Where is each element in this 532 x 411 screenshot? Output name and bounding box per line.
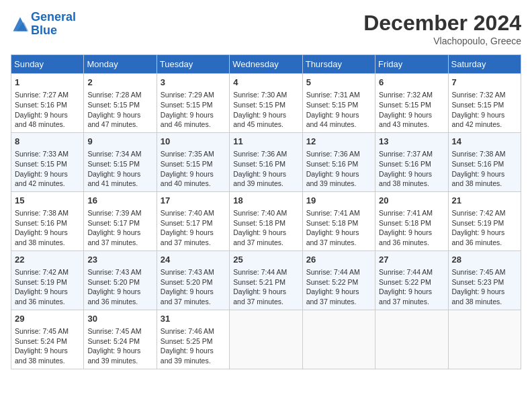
calendar-cell: 1Sunrise: 7:27 AMSunset: 5:16 PMDaylight… (11, 74, 84, 133)
calendar-cell: 8Sunrise: 7:33 AMSunset: 5:15 PMDaylight… (11, 132, 84, 191)
day-number: 16 (87, 195, 152, 207)
day-info-line: Sunrise: 7:28 AM (87, 90, 152, 100)
calendar-cell: 21Sunrise: 7:42 AMSunset: 5:19 PMDayligh… (448, 191, 521, 250)
day-info-line: Sunset: 5:20 PM (161, 277, 226, 287)
day-info-line: Sunrise: 7:40 AM (161, 208, 226, 218)
day-info-line: Sunrise: 7:27 AM (15, 90, 80, 100)
day-info-line: Sunset: 5:15 PM (233, 100, 298, 110)
weekday-header-tuesday: Tuesday (157, 55, 229, 74)
calendar-cell: 28Sunrise: 7:45 AMSunset: 5:23 PMDayligh… (448, 250, 521, 310)
day-info-line: Sunset: 5:15 PM (452, 100, 517, 110)
day-info-line: and 43 minutes. (379, 120, 444, 130)
day-info-line: Sunset: 5:19 PM (452, 218, 517, 228)
day-info-line: Sunrise: 7:42 AM (15, 267, 80, 277)
day-info-line: Sunset: 5:16 PM (452, 159, 517, 169)
day-number: 24 (161, 254, 226, 266)
day-info-line: Sunrise: 7:36 AM (306, 149, 371, 159)
day-info-line: Sunrise: 7:45 AM (87, 326, 152, 336)
day-info-line: Sunrise: 7:40 AM (233, 208, 298, 218)
day-number: 7 (452, 77, 517, 89)
day-info-line: Sunrise: 7:30 AM (233, 90, 298, 100)
day-info-line: Sunset: 5:15 PM (87, 100, 152, 110)
calendar-cell: 5Sunrise: 7:31 AMSunset: 5:15 PMDaylight… (302, 74, 375, 133)
logo-line2: Blue (31, 24, 57, 37)
calendar-cell: 15Sunrise: 7:38 AMSunset: 5:16 PMDayligh… (11, 191, 84, 250)
day-number: 2 (87, 77, 152, 89)
weekday-header-monday: Monday (84, 55, 157, 74)
day-info-line: Daylight: 9 hours (233, 169, 298, 179)
day-info-line: Sunrise: 7:32 AM (379, 90, 444, 100)
calendar-table: SundayMondayTuesdayWednesdayThursdayFrid… (11, 54, 521, 369)
weekday-header-row: SundayMondayTuesdayWednesdayThursdayFrid… (11, 55, 521, 74)
day-info-line: and 45 minutes. (233, 120, 298, 130)
day-info-line: and 37 minutes. (379, 297, 444, 307)
calendar-cell: 12Sunrise: 7:36 AMSunset: 5:16 PMDayligh… (302, 132, 375, 191)
day-number: 13 (379, 136, 444, 148)
day-info-line: and 36 minutes. (452, 238, 517, 248)
day-info-line: Sunset: 5:15 PM (87, 159, 152, 169)
day-info-line: Daylight: 9 hours (87, 346, 152, 356)
day-info-line: Sunset: 5:22 PM (306, 277, 371, 287)
day-info-line: and 42 minutes. (15, 179, 80, 189)
calendar-cell: 27Sunrise: 7:44 AMSunset: 5:22 PMDayligh… (375, 250, 448, 310)
day-number: 9 (87, 136, 152, 148)
day-info-line: and 38 minutes. (452, 297, 517, 307)
day-info-line: Sunrise: 7:46 AM (161, 326, 226, 336)
day-info-line: and 39 minutes. (87, 356, 152, 366)
calendar-cell: 3Sunrise: 7:29 AMSunset: 5:15 PMDaylight… (157, 74, 229, 133)
day-info-line: and 37 minutes. (233, 297, 298, 307)
logo-line1: General (31, 10, 76, 24)
day-info-line: Sunset: 5:15 PM (161, 100, 226, 110)
day-info-line: Daylight: 9 hours (161, 287, 226, 297)
day-info-line: Sunrise: 7:29 AM (161, 90, 226, 100)
day-info-line: Sunrise: 7:35 AM (161, 149, 226, 159)
day-number: 30 (87, 313, 152, 325)
day-info-line: Daylight: 9 hours (233, 228, 298, 238)
day-info-line: Daylight: 9 hours (452, 110, 517, 120)
logo: General Blue (11, 11, 76, 38)
day-info-line: Daylight: 9 hours (379, 228, 444, 238)
day-info-line: Sunset: 5:17 PM (87, 218, 152, 228)
day-info-line: Daylight: 9 hours (15, 346, 80, 356)
day-info-line: Sunrise: 7:45 AM (15, 326, 80, 336)
day-info-line: Daylight: 9 hours (87, 228, 152, 238)
calendar-week-1: 1Sunrise: 7:27 AMSunset: 5:16 PMDaylight… (11, 74, 521, 133)
day-info-line: Sunset: 5:15 PM (15, 159, 80, 169)
day-info-line: and 42 minutes. (452, 120, 517, 130)
day-info-line: Daylight: 9 hours (306, 169, 371, 179)
calendar-cell: 16Sunrise: 7:39 AMSunset: 5:17 PMDayligh… (84, 191, 157, 250)
calendar-week-4: 22Sunrise: 7:42 AMSunset: 5:19 PMDayligh… (11, 250, 521, 310)
day-info-line: and 38 minutes. (15, 238, 80, 248)
calendar-cell: 10Sunrise: 7:35 AMSunset: 5:15 PMDayligh… (157, 132, 229, 191)
day-number: 8 (15, 136, 80, 148)
calendar-cell: 4Sunrise: 7:30 AMSunset: 5:15 PMDaylight… (230, 74, 302, 133)
day-info-line: Sunset: 5:16 PM (15, 218, 80, 228)
day-info-line: Sunset: 5:16 PM (233, 159, 298, 169)
day-info-line: and 36 minutes. (379, 238, 444, 248)
day-number: 19 (306, 195, 371, 207)
day-info-line: and 37 minutes. (306, 238, 371, 248)
day-info-line: Sunset: 5:18 PM (233, 218, 298, 228)
day-info-line: Sunset: 5:15 PM (306, 100, 371, 110)
calendar-cell: 22Sunrise: 7:42 AMSunset: 5:19 PMDayligh… (11, 250, 84, 310)
day-info-line: Sunset: 5:17 PM (161, 218, 226, 228)
day-info-line: Daylight: 9 hours (161, 110, 226, 120)
day-info-line: Daylight: 9 hours (15, 110, 80, 120)
day-info-line: and 36 minutes. (87, 297, 152, 307)
day-info-line: Sunrise: 7:31 AM (306, 90, 371, 100)
logo-text: General Blue (31, 11, 76, 38)
day-info-line: Sunset: 5:20 PM (87, 277, 152, 287)
day-info-line: and 44 minutes. (306, 120, 371, 130)
day-info-line: Sunrise: 7:38 AM (452, 149, 517, 159)
day-info-line: and 48 minutes. (15, 120, 80, 130)
weekday-header-friday: Friday (375, 55, 448, 74)
day-info-line: Sunset: 5:19 PM (15, 277, 80, 287)
calendar-cell (230, 310, 302, 369)
day-info-line: Daylight: 9 hours (15, 287, 80, 297)
day-info-line: and 41 minutes. (87, 179, 152, 189)
day-info-line: Sunrise: 7:38 AM (15, 208, 80, 218)
day-number: 27 (379, 254, 444, 266)
day-number: 20 (379, 195, 444, 207)
day-info-line: Sunrise: 7:44 AM (306, 267, 371, 277)
day-info-line: and 37 minutes. (306, 297, 371, 307)
